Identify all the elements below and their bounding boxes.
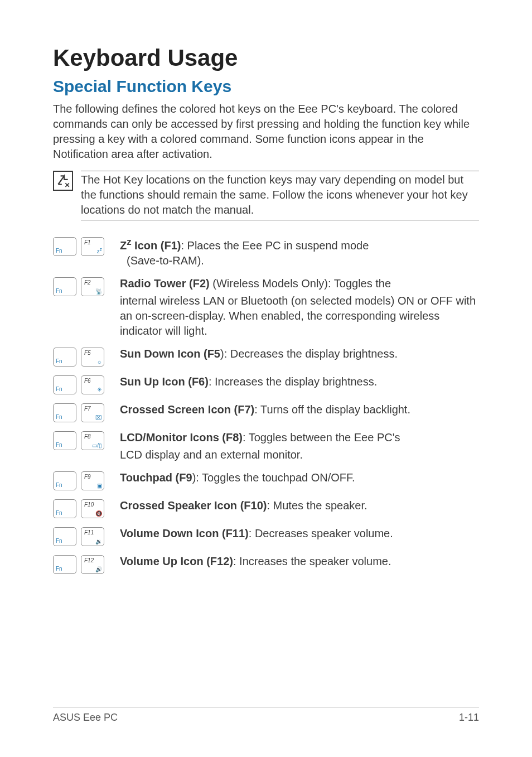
fn-row-f8: Fn F8▭/▯ LCD/Monitor Icons (F8): Toggles… (53, 430, 479, 462)
fn-row-f5: Fn F5☼ Sun Down Icon (F5): Decreases the… (53, 346, 479, 367)
fn-key: Fn (53, 499, 76, 518)
key-group: Fn F8▭/▯ (53, 430, 120, 450)
desc: Turns off the display backlight. (260, 403, 410, 416)
section-title: Special Function Keys (53, 77, 479, 96)
sep: : (254, 403, 260, 416)
f9-key: F9▣ (81, 471, 104, 490)
crossed-screen-icon: ⌧ (95, 414, 102, 421)
fn-label: Fn (56, 442, 62, 448)
f-label: F8 (84, 433, 91, 440)
key-group: Fn F1zz (53, 236, 120, 256)
fn-label-text: Crossed Screen Icon (F7) (120, 403, 254, 416)
fn-row-f7: Fn F7⌧ Crossed Screen Icon (F7): Turns o… (53, 402, 479, 422)
f7-key: F7⌧ (81, 403, 104, 422)
key-group: Fn F6☀ (53, 374, 120, 394)
key-group: Fn F7⌧ (53, 402, 120, 422)
fn-key: Fn (53, 348, 76, 367)
f6-key: F6☀ (81, 375, 104, 394)
fn-row-f9: Fn F9▣ Touchpad (F9): Toggles the touchp… (53, 470, 479, 490)
key-group: Fn F12🔊 (53, 554, 120, 574)
fn-desc: Crossed Screen Icon (F7): Turns off the … (120, 402, 410, 417)
fn-desc: Sun Down Icon (F5): Decreases the displa… (120, 346, 398, 361)
f-label: F2 (84, 279, 91, 286)
fn-label: Fn (56, 288, 62, 294)
fn-key: Fn (53, 277, 76, 296)
f-label: F7 (84, 406, 91, 412)
fn-desc: Touchpad (F9): Toggles the touchpad ON/O… (120, 470, 355, 485)
note-block: The Hot Key locations on the function ke… (53, 171, 479, 220)
f11-key: F11🔉 (81, 527, 104, 546)
page-footer: ASUS Eee PC 1-11 (53, 707, 479, 724)
fn-row-f10: Fn F10🔇 Crossed Speaker Icon (F10): Mute… (53, 498, 479, 518)
desc: Toggles between the Eee PC's (249, 431, 400, 443)
fn-desc: Sun Up Icon (F6): Increases the display … (120, 374, 377, 389)
desc: Increases the speaker volume. (239, 555, 391, 567)
touchpad-icon: ▣ (97, 483, 102, 489)
mid: (Wireless Models Only): (210, 277, 334, 290)
fn-label: Fn (56, 482, 62, 488)
sep: : (267, 499, 273, 512)
fn-row-f2: Fn F2📡 Radio Tower (F2) (Wireless Models… (53, 276, 479, 339)
fn-label: Fn (56, 566, 62, 572)
zz-icon: zz (97, 247, 102, 254)
fn-label: Fn (56, 248, 62, 254)
desc: Increases the display brightness. (215, 375, 377, 388)
f2-key: F2📡 (81, 277, 104, 296)
note-text: The Hot Key locations on the function ke… (81, 171, 479, 220)
radio-tower-icon: 📡 (95, 288, 102, 295)
fn-key: Fn (53, 527, 76, 546)
f12-key: F12🔊 (81, 555, 104, 574)
fn-label-text: Volume Up Icon (F12) (120, 555, 233, 567)
fn-label: Fn (56, 538, 62, 544)
fn-desc: Zz Icon (F1): Places the Eee PC in suspe… (120, 236, 369, 268)
intro-paragraph: The following defines the colored hot ke… (53, 102, 479, 162)
desc: Toggles the touchpad ON/OFF. (202, 471, 355, 484)
f-label: F1 (84, 239, 91, 245)
mute-icon: 🔇 (95, 510, 102, 517)
fn-desc: LCD/Monitor Icons (F8): Toggles between … (120, 430, 400, 462)
footer-right: 1-11 (459, 712, 479, 724)
fn-key: Fn (53, 237, 76, 256)
note-icon (53, 171, 73, 191)
sep: : (233, 555, 239, 567)
lcd-monitor-icon: ▭/▯ (92, 442, 102, 449)
fn-label: Fn (56, 510, 62, 516)
fn-label: Fn (56, 414, 62, 420)
key-group: Fn F11🔉 (53, 526, 120, 546)
fn-row-f12: Fn F12🔊 Volume Up Icon (F12): Increases … (53, 554, 479, 574)
fn-label-text: Radio Tower (F2) (120, 277, 210, 290)
f5-key: F5☼ (81, 348, 104, 367)
f10-key: F10🔇 (81, 499, 104, 518)
f-label: F12 (84, 557, 94, 563)
key-group: Fn F10🔇 (53, 498, 120, 518)
sep: : (181, 239, 187, 252)
fn-row-f6: Fn F6☀ Sun Up Icon (F6): Increases the d… (53, 374, 479, 394)
desc: Decreases speaker volume. (255, 527, 393, 539)
fn-desc: Radio Tower (F2) (Wireless Models Only):… (120, 276, 479, 339)
f-label: F10 (84, 502, 94, 508)
fn-key: Fn (53, 555, 76, 574)
f-label: F6 (84, 378, 91, 384)
sep: : (209, 375, 215, 388)
fn-label: Fn (56, 358, 62, 364)
fn-key: Fn (53, 471, 76, 490)
f-label: F11 (84, 529, 94, 536)
desc: Decreases the display brightness. (230, 348, 398, 360)
f1-key: F1zz (81, 237, 104, 256)
f-label: F9 (84, 474, 91, 480)
fn-key: Fn (53, 403, 76, 422)
page-title: Keyboard Usage (53, 45, 479, 71)
footer-left: ASUS Eee PC (53, 712, 118, 724)
fn-label-text: Sun Up Icon (F6) (120, 375, 209, 388)
fn-desc: Volume Up Icon (F12): Increases the spea… (120, 554, 391, 569)
key-group: Fn F9▣ (53, 470, 120, 490)
sep: : (249, 527, 255, 539)
fn-desc: Volume Down Icon (F11): Decreases speake… (120, 526, 393, 541)
fn-label: Fn (56, 386, 62, 392)
volume-down-icon: 🔉 (95, 538, 102, 544)
fn-row-f11: Fn F11🔉 Volume Down Icon (F11): Decrease… (53, 526, 479, 546)
fn-label-text: Crossed Speaker Icon (F10) (120, 499, 267, 512)
fn-desc: Crossed Speaker Icon (F10): Mutes the sp… (120, 498, 367, 513)
f-label: F5 (84, 350, 91, 356)
sep: ): (220, 348, 230, 360)
